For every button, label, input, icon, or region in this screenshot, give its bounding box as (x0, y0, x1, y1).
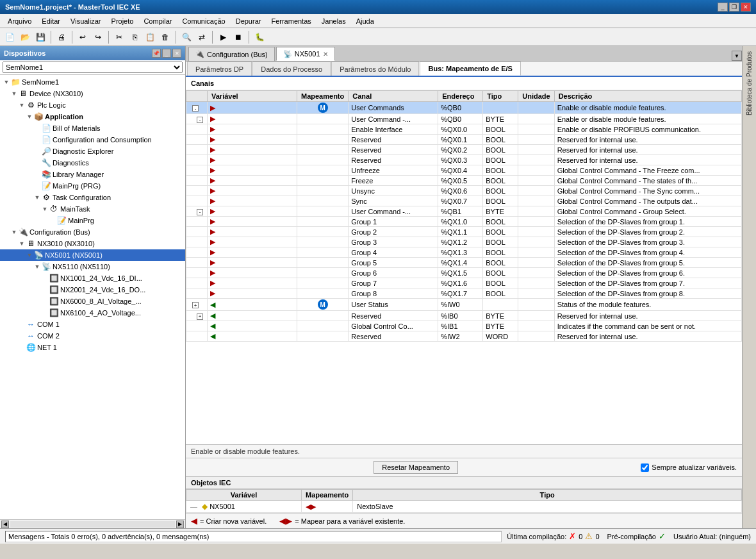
menu-ferramentas[interactable]: Ferramentas (266, 16, 316, 26)
debug-button[interactable]: 🐛 (252, 30, 267, 44)
table-row[interactable]: ▶Enable Interface%QX0.0BOOLEnable or dis… (186, 124, 742, 135)
table-row[interactable]: ◀Global Control Co...%IB1BYTEIndicates i… (186, 321, 742, 331)
delete-button[interactable]: 🗑 (158, 30, 172, 44)
table-row[interactable]: ▶Reserved%QX0.3BOOLReserved for internal… (186, 155, 742, 165)
expander-nx5110[interactable]: ▼ (33, 263, 41, 271)
table-row[interactable]: ▶Group 2%QX1.1BOOLSelection of the DP-Sl… (186, 227, 742, 237)
tree-node-nx5110[interactable]: ▼ 📡 NX5110 (NX5110) (0, 261, 185, 272)
panel-pin-button[interactable]: 📌 (152, 49, 161, 58)
tree-node-bom[interactable]: ▷ 📄 Bill of Materials (0, 122, 185, 134)
tree-area[interactable]: ▼ 📁 SemNome1 ▼ 🖥 Device (NX3010) ▼ ⚙ Plc… (0, 75, 185, 519)
table-row[interactable]: ▶Reserved%QX0.1BOOLReserved for internal… (186, 135, 742, 145)
table-row[interactable]: ▶Group 3%QX1.2BOOLSelection of the DP-Sl… (186, 237, 742, 247)
tab-nx5001[interactable]: 📡 NX5001 ✕ (276, 47, 335, 61)
table-row[interactable]: ▶Unsync%QX0.6BOOLGlobal Control Command … (186, 186, 742, 196)
expander-task-config[interactable]: ▼ (33, 194, 41, 201)
table-row[interactable]: ▶Sync%QX0.7BOOLGlobal Control Command - … (186, 196, 742, 206)
table-row[interactable]: ▶Group 7%QX1.6BOOLSelection of the DP-Sl… (186, 278, 742, 288)
minimize-button[interactable]: _ (718, 3, 728, 12)
table-row[interactable]: -▶User Command -...%QB1BYTEGlobal Contro… (186, 206, 742, 217)
menu-arquivo[interactable]: Arquivo (3, 16, 37, 26)
menu-janelas[interactable]: Janelas (316, 16, 351, 26)
expander-nx5001[interactable]: ▼ (26, 251, 33, 259)
menu-visualizar[interactable]: Visualizar (65, 16, 106, 26)
table-row[interactable]: ▶Group 4%QX1.3BOOLSelection of the DP-Sl… (186, 247, 742, 258)
tree-node-net1[interactable]: ▷ 🌐 NET 1 (0, 342, 185, 353)
tree-node-diag-explorer[interactable]: ▷ 🔎 Diagnostic Explorer (0, 146, 185, 157)
cell-expand[interactable]: - (186, 206, 208, 217)
expander-application[interactable]: ▼ (26, 113, 33, 121)
expand-button[interactable]: + (197, 313, 203, 320)
panel-minimize-button[interactable]: _ (162, 49, 171, 58)
sidebar-label[interactable]: Biblioteca de Produtos (744, 49, 754, 118)
table-row[interactable]: ▶Group 1%QX1.0BOOLSelection of the DP-Sl… (186, 217, 742, 227)
cell-expand[interactable]: - (186, 102, 208, 114)
table-row[interactable]: ▶Unfreeze%QX0.4BOOLGlobal Control Comman… (186, 165, 742, 176)
tab-dados-processo[interactable]: Dados do Processo (252, 62, 331, 76)
expand-button[interactable]: - (192, 105, 199, 112)
tab-parametros-modulo[interactable]: Parâmetros do Módulo (331, 62, 419, 76)
panel-close-button[interactable]: ✕ (172, 49, 181, 58)
expand-button[interactable]: - (197, 117, 203, 123)
tree-node-mainprg-prg[interactable]: ▷ 📝 MainPrg (PRG) (0, 180, 185, 192)
save-button[interactable]: 💾 (33, 30, 47, 44)
tab-nx5001-close[interactable]: ✕ (323, 51, 328, 58)
tree-node-nx2001[interactable]: ▷ 🔲 NX2001_24_Vdc_16_DO... (0, 284, 185, 296)
table-row[interactable]: +◀Reserved%IB0BYTEReserved for internal … (186, 311, 742, 321)
close-button[interactable]: ✕ (741, 3, 751, 12)
expander-semnome1[interactable]: ▼ (3, 78, 10, 86)
expander-nx3010[interactable]: ▼ (18, 240, 26, 247)
copy-button[interactable]: ⎘ (127, 30, 142, 44)
tree-node-nx6000[interactable]: ▷ 🔲 NX6000_8_AI_Voltage_... (0, 296, 185, 307)
menu-projeto[interactable]: Projeto (106, 16, 139, 26)
tree-node-semnome1[interactable]: ▼ 📁 SemNome1 (0, 76, 185, 88)
tab-overflow[interactable]: ▼ (732, 51, 742, 61)
paste-button[interactable]: 📋 (143, 30, 157, 44)
tree-node-diagnostics[interactable]: ▷ 🔧 Diagnostics (0, 157, 185, 169)
table-row[interactable]: ▶Group 6%QX1.5BOOLSelection of the DP-Sl… (186, 268, 742, 278)
tree-node-task-config[interactable]: ▼ ⚙ Task Configuration (0, 192, 185, 203)
open-button[interactable]: 📂 (18, 30, 32, 44)
expand-button[interactable]: - (197, 209, 203, 215)
tree-node-nx1001[interactable]: ▷ 🔲 NX1001_24_Vdc_16_DI... (0, 272, 185, 284)
menu-editar[interactable]: Editar (37, 16, 65, 26)
tree-node-com2[interactable]: ▷ ↔ COM 2 (0, 330, 185, 342)
tree-node-nx6100[interactable]: ▷ 🔲 NX6100_4_AO_Voltage... (0, 307, 185, 319)
tree-node-nx3010[interactable]: ▼ 🖥 NX3010 (NX3010) (0, 238, 185, 249)
tree-node-nx5001[interactable]: ▼ 📡 NX5001 (NX5001) (0, 249, 185, 261)
replace-button[interactable]: ⇄ (195, 30, 209, 44)
table-row[interactable]: ▶Group 5%QX1.4BOOLSelection of the DP-Sl… (186, 258, 742, 268)
undo-button[interactable]: ↩ (76, 30, 90, 44)
search-button[interactable]: 🔍 (179, 30, 193, 44)
reset-button[interactable]: Resetar Mapeamento (374, 461, 458, 474)
table-row[interactable]: +◀MUser Status%IW0Status of the module f… (186, 299, 742, 311)
new-button[interactable]: 📄 (3, 30, 17, 44)
tree-node-library-manager[interactable]: ▷ 📚 Library Manager (0, 169, 185, 180)
stop-button[interactable]: ⏹ (231, 30, 245, 44)
table-row[interactable]: -▶MUser Commands%QB0Enable or disable mo… (186, 102, 742, 114)
expander-device[interactable]: ▼ (10, 90, 18, 97)
cut-button[interactable]: ✂ (112, 30, 126, 44)
tree-node-application[interactable]: ▼ 📦 Application (0, 111, 185, 122)
tree-node-config-consumption[interactable]: ▷ 📄 Configuration and Consumption (0, 134, 185, 146)
tree-node-mainprg2[interactable]: ▷ 📝 MainPrg (0, 215, 185, 226)
table-scroll[interactable]: Variável Mapeamento Canal Endereço Tipo … (186, 90, 742, 444)
cell-expand[interactable]: - (186, 114, 208, 124)
tree-node-device[interactable]: ▼ 🖥 Device (NX3010) (0, 88, 185, 99)
auto-update-checkbox[interactable] (641, 463, 649, 472)
cell-expand[interactable]: + (186, 299, 208, 311)
expander-plclogic[interactable]: ▼ (18, 101, 26, 109)
menu-comunicacao[interactable]: Comunicação (177, 16, 230, 26)
scroll-right-button[interactable]: ▶ (176, 521, 184, 528)
expand-button[interactable]: + (192, 302, 199, 308)
table-row[interactable]: ▶Reserved%QX0.2BOOLReserved for internal… (186, 145, 742, 155)
expander-config-bus[interactable]: ▼ (10, 228, 18, 236)
table-row[interactable]: -▶User Command -...%QB0BYTEEnable or dis… (186, 114, 742, 124)
build-button[interactable]: ▶ (216, 30, 230, 44)
tab-config-bus[interactable]: 🔌 Configuration (Bus) (188, 47, 275, 61)
device-dropdown[interactable]: SemNome1 (3, 62, 183, 73)
tree-node-config-bus[interactable]: ▼ 🔌 Configuration (Bus) (0, 226, 185, 238)
table-row[interactable]: ▶Freeze%QX0.5BOOLGlobal Control Command … (186, 176, 742, 186)
scroll-left-button[interactable]: ◀ (1, 521, 9, 528)
table-row[interactable]: ◀Reserved%IW2WORDReserved for internal u… (186, 331, 742, 342)
